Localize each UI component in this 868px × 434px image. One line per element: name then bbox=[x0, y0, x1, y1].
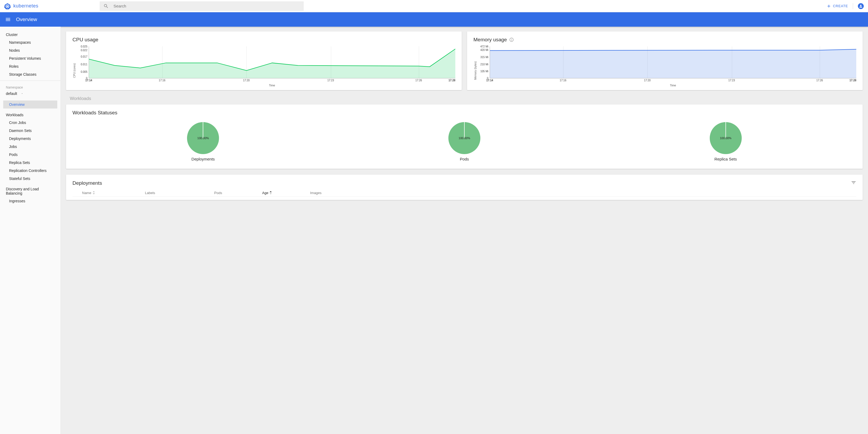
namespace-value: default bbox=[6, 91, 17, 96]
sidebar-item-roles[interactable]: Roles bbox=[0, 62, 60, 70]
namespace-label: Namespace bbox=[0, 83, 60, 89]
replica-sets-pie: 100.00% bbox=[710, 122, 742, 154]
page-title: Overview bbox=[16, 17, 37, 22]
sort-icon bbox=[269, 191, 272, 195]
chevron-down-icon bbox=[21, 92, 24, 95]
namespace-selector[interactable]: default bbox=[0, 89, 60, 98]
svg-point-9 bbox=[7, 6, 8, 6]
sidebar-item-overview[interactable]: Overview bbox=[3, 100, 57, 109]
person-icon bbox=[859, 4, 863, 8]
pods-pie-label: Pods bbox=[460, 157, 469, 161]
content: CPU usage CPU (cores) 0 0.005 0.011 0.01… bbox=[61, 27, 868, 434]
sidebar-item-cron-jobs[interactable]: Cron Jobs bbox=[0, 119, 60, 127]
cpu-ylabel: CPU (cores) bbox=[72, 47, 76, 87]
sidebar-item-replication-controllers[interactable]: Replication Controllers bbox=[0, 167, 60, 175]
sidebar-item-daemon-sets[interactable]: Daemon Sets bbox=[0, 127, 60, 135]
sidebar-item-deployments[interactable]: Deployments bbox=[0, 135, 60, 143]
sidebar-item-pods[interactable]: Pods bbox=[0, 151, 60, 158]
kubernetes-logo-icon bbox=[4, 3, 11, 9]
cpu-xlabel: Time bbox=[89, 84, 455, 87]
sidebar-heading-workloads[interactable]: Workloads bbox=[0, 110, 60, 119]
brand[interactable]: kubernetes bbox=[4, 3, 38, 9]
deployments-card: Deployments Name Labels Pods Age bbox=[66, 175, 863, 200]
sidebar-item-namespaces[interactable]: Namespaces bbox=[0, 38, 60, 47]
sidebar-item-jobs[interactable]: Jobs bbox=[0, 143, 60, 151]
memory-usage-card: Memory usage Memory (bytes) 0 105 Mi 210… bbox=[467, 31, 863, 90]
info-icon[interactable] bbox=[509, 37, 514, 42]
col-age[interactable]: Age bbox=[262, 191, 310, 195]
sidebar-item-ingresses[interactable]: Ingresses bbox=[0, 197, 60, 205]
search-icon bbox=[103, 3, 109, 9]
cpu-chart: 0 0.005 0.011 0.017 0.022 0.025 bbox=[89, 47, 455, 78]
sidebar: Cluster Namespaces Nodes Persistent Volu… bbox=[0, 27, 61, 434]
search-box[interactable] bbox=[100, 1, 304, 11]
divider bbox=[853, 3, 853, 9]
cpu-usage-card: CPU usage CPU (cores) 0 0.005 0.011 0.01… bbox=[66, 31, 462, 90]
cpu-usage-title: CPU usage bbox=[72, 37, 455, 42]
sidebar-heading-dlb[interactable]: Discovery and Load Balancing bbox=[0, 184, 60, 197]
sidebar-item-persistent-volumes[interactable]: Persistent Volumes bbox=[0, 54, 60, 62]
workloads-statuses-card: Workloads Statuses 100.00% Deployments 1… bbox=[66, 105, 863, 169]
memory-usage-title: Memory usage bbox=[473, 37, 507, 42]
col-name[interactable]: Name bbox=[76, 191, 145, 195]
workloads-statuses-title: Workloads Statuses bbox=[72, 110, 856, 116]
sort-icon bbox=[92, 191, 95, 195]
col-pods[interactable]: Pods bbox=[214, 191, 262, 195]
deployments-columns: Name Labels Pods Age Images bbox=[72, 186, 856, 197]
plus-icon bbox=[827, 4, 831, 8]
col-images[interactable]: Images bbox=[310, 191, 853, 195]
menu-button[interactable] bbox=[4, 16, 12, 23]
sidebar-item-replica-sets[interactable]: Replica Sets bbox=[0, 158, 60, 167]
deployments-pie: 100.00% bbox=[187, 122, 219, 154]
brand-name: kubernetes bbox=[13, 3, 38, 9]
hamburger-icon bbox=[5, 17, 11, 22]
mem-ylabel: Memory (bytes) bbox=[473, 47, 477, 87]
filter-list-icon bbox=[851, 180, 856, 185]
sidebar-item-storage-classes[interactable]: Storage Classes bbox=[0, 70, 60, 78]
sidebar-heading-cluster[interactable]: Cluster bbox=[0, 30, 60, 38]
topbar: kubernetes CREATE bbox=[0, 0, 868, 12]
memory-chart: 0 105 Mi 210 Mi 315 Mi 420 Mi 472 Mi bbox=[490, 47, 856, 78]
section-workloads: Workloads bbox=[70, 96, 863, 101]
action-bar: Overview bbox=[0, 12, 868, 27]
search-input[interactable] bbox=[109, 4, 300, 8]
filter-button[interactable] bbox=[851, 180, 856, 186]
sidebar-item-nodes[interactable]: Nodes bbox=[0, 47, 60, 54]
deployments-title: Deployments bbox=[72, 180, 102, 186]
sidebar-item-stateful-sets[interactable]: Stateful Sets bbox=[0, 175, 60, 183]
replica-sets-pie-label: Replica Sets bbox=[715, 157, 737, 161]
create-label: CREATE bbox=[833, 4, 848, 8]
deployments-pie-label: Deployments bbox=[191, 157, 215, 161]
svg-point-12 bbox=[511, 39, 512, 39]
mem-xlabel: Time bbox=[490, 84, 856, 87]
pods-pie: 100.00% bbox=[448, 122, 480, 154]
user-avatar[interactable] bbox=[858, 3, 864, 9]
create-button[interactable]: CREATE bbox=[827, 4, 848, 8]
col-labels[interactable]: Labels bbox=[145, 191, 214, 195]
